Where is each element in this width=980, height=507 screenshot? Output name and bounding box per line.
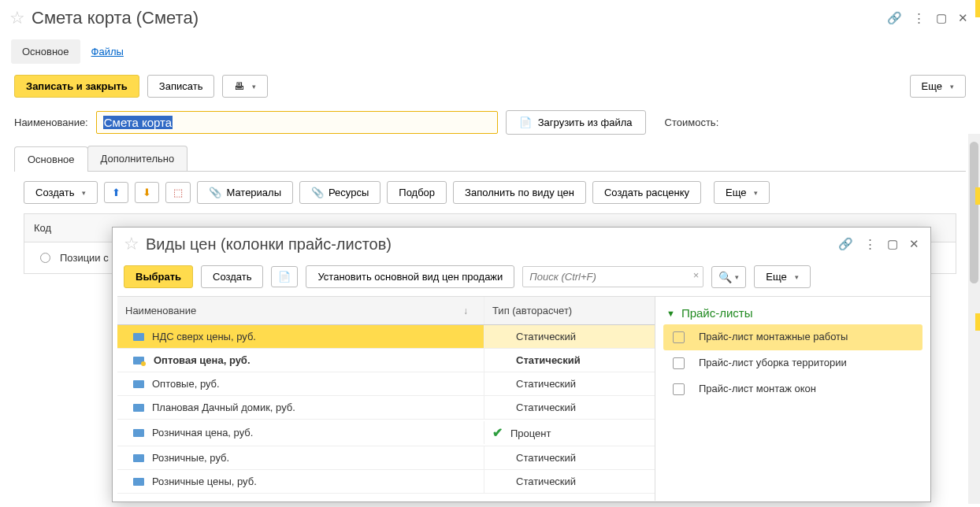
save-close-button[interactable]: Записать и закрыть [14, 75, 139, 98]
resources-button[interactable]: 📎 Ресурсы [299, 181, 380, 204]
magnifier-icon: 🔍 [718, 271, 732, 283]
more-button[interactable]: Еще [910, 75, 966, 98]
close-icon[interactable]: ✕ [958, 11, 968, 25]
sort-down-icon: ↓ [463, 305, 468, 316]
dialog-close-icon[interactable]: ✕ [909, 237, 919, 251]
nav-tabs: Основное Файлы [11, 39, 980, 64]
dialog-create-button[interactable]: Создать [201, 265, 263, 288]
clip-icon: 📎 [209, 187, 221, 198]
row-name: Оптовые, руб. [152, 378, 220, 390]
create-button[interactable]: Создать [24, 181, 98, 204]
price-grid-row[interactable]: Оптовая цена, руб.Статический [117, 349, 655, 372]
price-grid-row[interactable]: Плановая Дачный домик, руб.Статический [117, 396, 655, 420]
row-type: Статический [484, 396, 655, 419]
row-name: Розничная цена, руб. [152, 427, 253, 439]
price-grid-row[interactable]: НДС сверх цены, руб.Статический [117, 325, 655, 349]
dialog-link-icon[interactable]: 🔗 [838, 237, 853, 251]
row-radio[interactable] [40, 253, 50, 263]
delete-button[interactable]: ⬚ [165, 182, 191, 203]
price-grid-row[interactable]: Розничные, руб.Статический [117, 446, 655, 470]
tab-main[interactable]: Основное [11, 39, 80, 64]
dialog-search-input[interactable] [522, 266, 703, 287]
dialog-kebab-icon[interactable]: ⋮ [864, 237, 876, 251]
name-label: Наименование: [14, 117, 88, 128]
clip-icon: 📎 [311, 187, 324, 198]
checkbox[interactable] [673, 357, 685, 369]
tab-files[interactable]: Файлы [80, 39, 135, 64]
link-icon[interactable]: 🔗 [887, 11, 902, 25]
set-main-price-button[interactable]: Установить основной вид цен продажи [306, 265, 514, 288]
move-up-button[interactable]: ⬆ [104, 182, 128, 203]
dialog-title: Виды цен (колонки прайс-листов) [146, 235, 838, 254]
name-input[interactable]: Смета корта [96, 111, 498, 134]
checkbox[interactable] [673, 331, 685, 343]
move-down-button[interactable]: ⬇ [135, 182, 159, 203]
price-list-item[interactable]: Прайс-лист монтажные работы [663, 324, 922, 350]
row-type: Статический [484, 446, 655, 469]
price-list-label: Прайс-лист монтажные работы [699, 331, 848, 344]
copy-button[interactable]: 📄 [271, 266, 298, 287]
col-name-header[interactable]: Наименование ↓ [117, 297, 484, 324]
row-type: Статический [484, 470, 655, 493]
price-list-label: Прайс-лист уборка территории [699, 357, 847, 370]
page-plus-icon: 📄 [278, 271, 291, 283]
search-clear-icon[interactable]: × [693, 269, 700, 281]
load-file-button[interactable]: 📄 Загрузить из файла [506, 110, 646, 135]
row-type: Статический [484, 325, 655, 348]
cost-label: Стоимость: [665, 117, 719, 128]
price-list-item[interactable]: Прайс-лист уборка территории [663, 350, 922, 376]
search-run-button[interactable]: 🔍 ▾ [711, 266, 746, 288]
price-grid-row[interactable]: Розничная цена, руб.✔Процент [117, 420, 655, 446]
price-types-dialog: ☆ Виды цен (колонки прайс-листов) 🔗 ⋮ ▢ … [112, 227, 931, 502]
window-title: Смета корта (Смета) [32, 8, 887, 28]
dialog-maximize-icon[interactable]: ▢ [887, 237, 898, 251]
row-name: НДС сверх цены, руб. [152, 331, 256, 342]
chevron-down-icon: ▼ [666, 309, 675, 318]
materials-button[interactable]: 📎 Материалы [197, 181, 293, 204]
favorite-star-icon[interactable]: ☆ [9, 8, 25, 28]
sub-tabs: Основное Дополнительно [14, 146, 966, 172]
pick-button[interactable]: Подбор [387, 181, 447, 204]
kebab-menu-icon[interactable]: ⋮ [913, 11, 925, 25]
price-lists-panel: ▼ Прайс-листы Прайс-лист монтажные работ… [655, 296, 930, 501]
price-lists-header[interactable]: ▼ Прайс-листы [663, 302, 922, 324]
upload-icon: 📄 [519, 117, 532, 128]
printer-icon: 🖶 [234, 80, 244, 92]
dialog-star-icon[interactable]: ☆ [124, 234, 139, 254]
save-button[interactable]: Записать [147, 75, 215, 98]
fill-by-price-button[interactable]: Заполнить по виду цен [453, 181, 586, 204]
price-grid-row[interactable]: Оптовые, руб.Статический [117, 372, 655, 396]
subtab-main[interactable]: Основное [14, 146, 88, 172]
row-name: Розничные цены, руб. [152, 476, 257, 487]
select-button[interactable]: Выбрать [124, 265, 193, 288]
row-type: ✔Процент [484, 420, 655, 446]
row-type: Статический [484, 372, 655, 395]
create-rate-button[interactable]: Создать расценку [592, 181, 701, 204]
print-button[interactable]: 🖶 [222, 75, 268, 98]
sub-more-button[interactable]: Еще [714, 181, 770, 204]
row-type: Статический [484, 349, 655, 372]
price-grid: Наименование ↓ Тип (авторасчет) НДС свер… [117, 296, 655, 501]
maximize-icon[interactable]: ▢ [936, 11, 947, 25]
checkbox[interactable] [673, 383, 685, 395]
price-list-item[interactable]: Прайс-лист монтаж окон [663, 376, 922, 402]
price-grid-row[interactable]: Розничные цены, руб.Статический [117, 470, 655, 494]
main-title-bar: ☆ Смета корта (Смета) 🔗 ⋮ ▢ ✕ [0, 0, 980, 36]
row-name: Плановая Дачный домик, руб. [152, 402, 295, 413]
price-list-label: Прайс-лист монтаж окон [699, 383, 816, 396]
subtab-extra[interactable]: Дополнительно [87, 146, 188, 171]
row-name: Розничные, руб. [152, 452, 229, 464]
col-type-header[interactable]: Тип (авторасчет) [484, 297, 655, 324]
row-name: Оптовая цена, руб. [154, 354, 251, 366]
check-icon: ✔ [492, 426, 503, 439]
dialog-more-button[interactable]: Еще [754, 265, 810, 288]
